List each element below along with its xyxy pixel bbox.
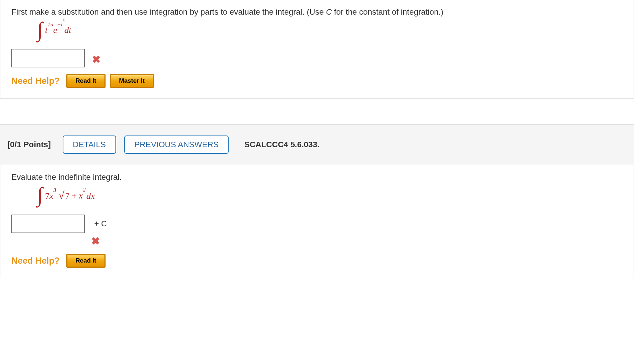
plus-c-label: + C	[94, 219, 107, 229]
math-exp-15: 15	[48, 21, 54, 27]
answer-row-2: + C	[11, 215, 623, 233]
need-help-label: Need Help?	[11, 76, 60, 86]
math-7: 7	[45, 191, 49, 201]
math-dt: dt	[64, 25, 71, 35]
sqrt-expression: √ 7 + x2	[58, 189, 86, 201]
section-label: SCALCCC4 5.6.033.	[244, 140, 319, 149]
master-it-button[interactable]: Master It	[110, 74, 154, 88]
question-2-prompt: Evaluate the indefinite integral.	[11, 172, 623, 182]
answer-row-1: ✖	[11, 49, 623, 67]
help-row-2: Need Help? Read It	[11, 254, 623, 268]
sqrt-body: 7 + x2	[64, 190, 86, 201]
question-2-box: Evaluate the indefinite integral. ∫ 7x3 …	[0, 165, 634, 278]
need-help-label: Need Help?	[11, 256, 60, 266]
question-header-bar: [0/1 Points] DETAILS PREVIOUS ANSWERS SC…	[0, 124, 634, 165]
incorrect-icon: ✖	[91, 235, 623, 247]
math-t: t	[45, 25, 48, 35]
read-it-button[interactable]: Read It	[66, 74, 106, 88]
prompt-const: C	[326, 7, 332, 16]
read-it-button[interactable]: Read It	[66, 254, 106, 268]
math-x: x	[49, 191, 54, 201]
math-exp-3: 3	[54, 187, 56, 193]
prompt-text-pre: First make a substitution and then use i…	[11, 7, 326, 16]
integral-expression: t15e−t8dt	[45, 24, 71, 35]
answer-input-2[interactable]	[11, 215, 85, 233]
question-1-box: First make a substitution and then use i…	[0, 0, 634, 99]
details-button[interactable]: DETAILS	[63, 135, 116, 154]
question-2-integral: ∫ 7x3 √ 7 + x2 dx	[37, 186, 623, 203]
incorrect-icon: ✖	[92, 53, 100, 66]
prompt-text-post: for the constant of integration.)	[332, 7, 443, 16]
math-exp-neg-t8: −t8	[57, 21, 64, 27]
help-row-1: Need Help? Read It Master It	[11, 74, 623, 88]
points-label: [0/1 Points]	[7, 140, 51, 149]
math-e: e	[53, 25, 57, 35]
previous-answers-button[interactable]: PREVIOUS ANSWERS	[124, 135, 229, 154]
question-1-integral: ∫ t15e−t8dt	[37, 21, 623, 38]
integral-icon: ∫	[37, 21, 43, 38]
answer-input-1[interactable]	[11, 49, 85, 67]
spacer	[0, 99, 634, 124]
integral-expression-2: 7x3 √ 7 + x2 dx	[45, 189, 95, 201]
sqrt-icon: √	[58, 189, 64, 201]
integral-icon: ∫	[37, 186, 43, 203]
math-dx: dx	[86, 191, 95, 201]
question-1-prompt: First make a substitution and then use i…	[11, 7, 623, 17]
